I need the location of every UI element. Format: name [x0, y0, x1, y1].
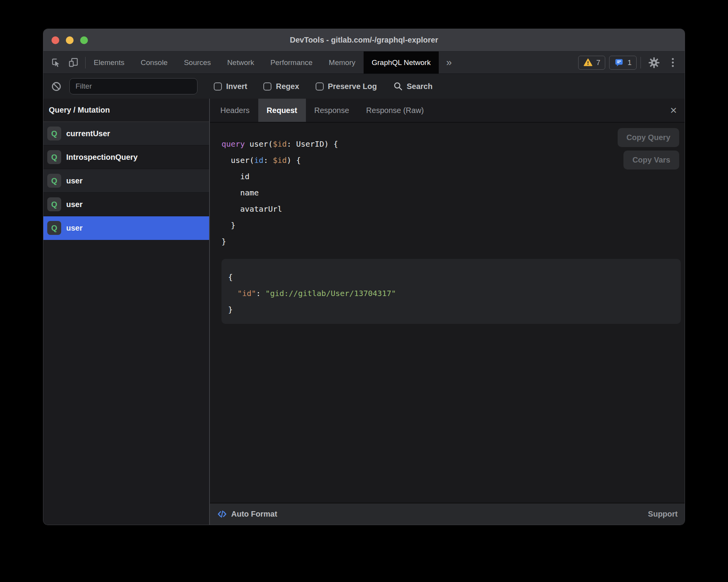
auto-format-button[interactable]: Auto Format: [231, 510, 277, 519]
query-type-badge: Q: [47, 127, 61, 140]
query-list-item[interactable]: Q currentUser: [43, 122, 209, 146]
filter-input[interactable]: [69, 78, 197, 94]
device-toolbar-icon[interactable]: [68, 57, 79, 68]
code-line: }: [221, 217, 681, 233]
variables-line: {: [228, 269, 677, 285]
search-label: Search: [407, 82, 433, 91]
request-content: query user($id: UserID) { user(id: $id) …: [210, 123, 685, 503]
detail-tab-bar: Headers Request Response Response (Raw) …: [210, 99, 685, 123]
filter-bar: Invert Regex Preserve Log Search: [43, 74, 685, 99]
main-split: Query / Mutation Q currentUser Q Introsp…: [43, 99, 685, 525]
invert-label: Invert: [226, 82, 247, 91]
tab-headers[interactable]: Headers: [212, 99, 258, 122]
code-line: user(id: $id) {: [221, 152, 681, 168]
devtools-tab-bar: Elements Console Sources Network Perform…: [43, 51, 685, 74]
query-list-item[interactable]: Q IntrospectionQuery: [43, 146, 209, 169]
query-list-header: Query / Mutation: [43, 99, 209, 122]
query-name: user: [66, 200, 82, 209]
tab-console[interactable]: Console: [132, 51, 176, 74]
variables-line: }: [228, 301, 677, 318]
settings-gear-icon[interactable]: [645, 56, 663, 69]
kebab-menu-icon[interactable]: [667, 58, 678, 67]
code-line: name: [221, 185, 681, 201]
tab-sources[interactable]: Sources: [176, 51, 219, 74]
code-line: id: [221, 168, 681, 185]
message-count: 1: [627, 58, 632, 67]
query-variables-block: { "id": "gid://gitlab/User/13704317" }: [221, 259, 681, 324]
query-list-item-selected[interactable]: Q user: [43, 216, 209, 240]
preserve-log-checkbox[interactable]: [316, 82, 324, 91]
regex-label: Regex: [276, 82, 299, 91]
inspect-element-icon[interactable]: [51, 57, 61, 68]
query-list-panel: Query / Mutation Q currentUser Q Introsp…: [43, 99, 210, 525]
copy-vars-button[interactable]: Copy Vars: [623, 151, 679, 169]
regex-checkbox-group: Regex: [263, 82, 299, 91]
tab-request[interactable]: Request: [258, 99, 306, 122]
badge-divider: [640, 57, 641, 68]
tab-memory[interactable]: Memory: [321, 51, 364, 74]
tab-graphql-network[interactable]: GraphQL Network: [364, 51, 439, 74]
variables-line: "id": "gid://gitlab/User/13704317": [228, 285, 677, 301]
regex-checkbox[interactable]: [263, 82, 271, 91]
code-line: avatarUrl: [221, 201, 681, 217]
query-type-badge: Q: [47, 150, 61, 164]
query-name: user: [66, 176, 82, 185]
title-bar: DevTools - gitlab.com/-/graphql-explorer: [43, 29, 685, 51]
warnings-badge[interactable]: 7: [578, 56, 606, 70]
query-list-item[interactable]: Q user: [43, 169, 209, 193]
preserve-log-label: Preserve Log: [328, 82, 377, 91]
search-control[interactable]: Search: [393, 81, 433, 91]
message-icon: [614, 58, 624, 67]
tab-elements[interactable]: Elements: [86, 51, 132, 74]
window-title: DevTools - gitlab.com/-/graphql-explorer: [43, 36, 685, 45]
support-link[interactable]: Support: [648, 510, 678, 519]
copy-buttons: Copy Query Copy Vars: [618, 128, 679, 169]
close-window-button[interactable]: [52, 36, 59, 44]
copy-query-button[interactable]: Copy Query: [618, 128, 679, 147]
tab-performance[interactable]: Performance: [262, 51, 321, 74]
query-type-badge: Q: [47, 174, 61, 188]
tab-network[interactable]: Network: [219, 51, 263, 74]
devtools-window: DevTools - gitlab.com/-/graphql-explorer…: [43, 29, 685, 525]
query-name: IntrospectionQuery: [66, 153, 137, 162]
zoom-window-button[interactable]: [80, 36, 88, 44]
warning-count: 7: [596, 58, 601, 67]
clear-block-icon[interactable]: [49, 81, 64, 92]
invert-checkbox-group: Invert: [214, 82, 247, 91]
more-tabs-chevron-icon[interactable]: »: [439, 51, 459, 74]
preserve-log-checkbox-group: Preserve Log: [316, 82, 377, 91]
search-icon: [393, 81, 403, 91]
tab-response[interactable]: Response: [306, 99, 358, 122]
warning-icon: [583, 58, 593, 67]
graphql-query-block: query user($id: UserID) { user(id: $id) …: [221, 136, 681, 250]
code-format-icon: [217, 509, 227, 519]
tabbar-right-cluster: 7 1: [578, 51, 685, 74]
code-line: query user($id: UserID) {: [221, 136, 681, 152]
code-line: }: [221, 233, 681, 250]
query-name: user: [66, 224, 82, 233]
query-type-badge: Q: [47, 221, 61, 235]
request-detail-panel: Headers Request Response Response (Raw) …: [210, 99, 685, 525]
close-detail-icon[interactable]: ×: [662, 99, 685, 122]
tab-response-raw[interactable]: Response (Raw): [358, 99, 433, 122]
toolbar-icons: [43, 51, 85, 74]
traffic-lights: [43, 36, 88, 44]
detail-footer-bar: Auto Format Support: [210, 503, 685, 525]
query-list-item[interactable]: Q user: [43, 193, 209, 216]
invert-checkbox[interactable]: [214, 82, 222, 91]
query-name: currentUser: [66, 129, 110, 138]
messages-badge[interactable]: 1: [609, 56, 637, 70]
minimize-window-button[interactable]: [66, 36, 74, 44]
query-type-badge: Q: [47, 197, 61, 211]
